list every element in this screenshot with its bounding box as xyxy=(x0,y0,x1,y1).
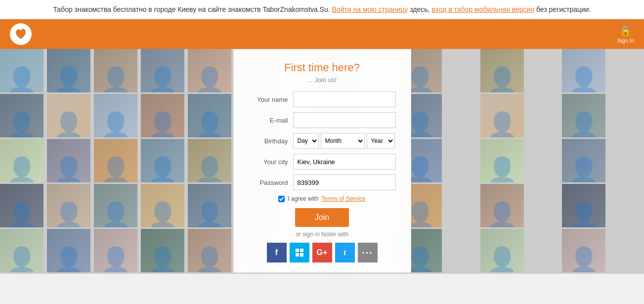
email-label: E-mail xyxy=(249,117,288,124)
photo-cell[interactable]: 👤 xyxy=(0,94,43,137)
announcement-text-middle: здесь, xyxy=(410,5,429,13)
twitter-button[interactable]: t xyxy=(335,243,355,262)
city-label: Your city xyxy=(249,158,288,166)
year-select[interactable]: Year 20001999199819971996 19951990198519… xyxy=(367,133,395,149)
name-row: Your name xyxy=(249,91,396,107)
photo-cell[interactable]: 👤 xyxy=(94,139,137,182)
terms-row: I agree with Terms of Service xyxy=(249,195,396,202)
form-subtitle: ... Join us! xyxy=(249,76,396,84)
photo-cell[interactable]: 👤 xyxy=(47,49,90,92)
name-label: Your name xyxy=(249,96,288,103)
photo-cell[interactable]: 👤 xyxy=(0,139,43,182)
photo-cell[interactable]: 👤 xyxy=(562,94,605,137)
svg-rect-5 xyxy=(300,253,303,257)
email-row: E-mail xyxy=(249,112,396,128)
password-input[interactable]: 839399 xyxy=(293,174,396,190)
join-button[interactable]: Join xyxy=(295,208,349,227)
social-buttons: f G+ t ··· xyxy=(249,243,396,262)
city-row: Your city Kiev, Ukraine xyxy=(249,154,396,170)
photo-cell[interactable]: 👤 xyxy=(188,49,231,92)
photo-cell[interactable]: 👤 xyxy=(188,229,231,272)
photo-cell[interactable]: 👤 xyxy=(0,49,43,92)
photo-cell[interactable]: 👤 xyxy=(480,49,524,92)
announcement-text-before: Табор знакомства бесплатно в городе Киев… xyxy=(53,5,330,13)
photo-cell[interactable]: 👤 xyxy=(0,184,43,227)
photo-cell[interactable]: 👤 xyxy=(562,229,605,272)
password-label: Password xyxy=(249,179,288,186)
google-plus-button[interactable]: G+ xyxy=(312,243,332,262)
photo-cell[interactable]: 👤 xyxy=(141,94,184,137)
photo-cell[interactable]: 👤 xyxy=(94,49,137,92)
photo-cell[interactable]: 👤 xyxy=(188,94,231,137)
registration-form: First time here? ... Join us! Your name … xyxy=(233,49,411,273)
photo-cell[interactable]: 👤 xyxy=(47,139,90,182)
svg-rect-3 xyxy=(300,249,303,252)
logo[interactable] xyxy=(10,23,32,45)
photo-cell[interactable]: 👤 xyxy=(480,184,524,227)
photo-cell[interactable]: 👤 xyxy=(562,139,605,182)
announcement-text-after: без регистрации. xyxy=(536,5,591,13)
photo-cell[interactable]: 👤 xyxy=(141,49,184,92)
announcement-link1[interactable]: Войти на мою страницу xyxy=(332,5,408,13)
name-input[interactable] xyxy=(293,91,396,107)
photo-cell[interactable]: 👤 xyxy=(141,229,184,272)
photo-cell[interactable]: 👤 xyxy=(47,229,90,272)
terms-link[interactable]: Terms of Service xyxy=(321,195,365,202)
announcement-bar: Табор знакомства бесплатно в городе Киев… xyxy=(0,0,644,19)
birthday-selects: Day 12345 678910 Month JanuaryFebruaryMa… xyxy=(293,133,395,149)
left-photo-grid: 👤 👤 👤 👤 👤 👤 👤 👤 👤 👤 👤 👤 👤 👤 👤 👤 👤 👤 👤 👤 … xyxy=(0,49,235,274)
svg-rect-4 xyxy=(296,253,299,257)
windows-button[interactable] xyxy=(290,243,309,262)
terms-text: I agree with xyxy=(288,195,318,202)
birthday-row: Birthday Day 12345 678910 Month JanuaryF… xyxy=(249,133,396,149)
photo-cell[interactable]: 👤 xyxy=(141,139,184,182)
sign-in-label: Sign In xyxy=(617,38,634,43)
city-input[interactable]: Kiev, Ukraine xyxy=(293,154,396,170)
photo-cell[interactable]: 👤 xyxy=(480,139,524,182)
photo-cell[interactable]: 👤 xyxy=(480,229,524,272)
svg-rect-2 xyxy=(296,249,299,252)
terms-checkbox[interactable] xyxy=(278,196,285,202)
photo-cell[interactable]: 👤 xyxy=(188,139,231,182)
photo-cell[interactable]: 👤 xyxy=(562,184,605,227)
photo-cell[interactable]: 👤 xyxy=(480,94,524,137)
lock-icon: 🔒 xyxy=(619,25,632,37)
announcement-link2[interactable]: вход в табор мобильная версия xyxy=(431,5,534,13)
photo-cell[interactable]: 👤 xyxy=(94,184,137,227)
photo-cell[interactable]: 👤 xyxy=(562,49,605,92)
month-select[interactable]: Month JanuaryFebruaryMarchApril MayJuneJ… xyxy=(321,133,365,149)
svg-point-1 xyxy=(24,30,26,31)
photo-cell[interactable]: 👤 xyxy=(94,94,137,137)
more-social-button[interactable]: ··· xyxy=(358,243,378,262)
or-sign-in-text: or sign in faster with xyxy=(249,231,396,238)
sign-in-button[interactable]: 🔒 Sign In xyxy=(617,25,634,43)
email-input[interactable] xyxy=(293,112,396,128)
form-title: First time here? xyxy=(249,61,396,74)
photo-cell[interactable]: 👤 xyxy=(94,229,137,272)
day-select[interactable]: Day 12345 678910 xyxy=(293,133,319,149)
main-content: 👤 👤 👤 👤 👤 👤 👤 👤 👤 👤 👤 👤 👤 👤 👤 👤 👤 👤 👤 👤 … xyxy=(0,49,644,274)
photo-cell[interactable]: 👤 xyxy=(47,184,90,227)
logo-icon xyxy=(10,23,32,45)
photo-cell[interactable]: 👤 xyxy=(141,184,184,227)
header: 🔒 Sign In xyxy=(0,19,644,49)
birthday-label: Birthday xyxy=(249,137,288,145)
photo-cell[interactable]: 👤 xyxy=(0,229,43,272)
photo-cell[interactable]: 👤 xyxy=(47,94,90,137)
password-row: Password 839399 xyxy=(249,174,396,190)
photo-cell[interactable]: 👤 xyxy=(188,184,231,227)
facebook-button[interactable]: f xyxy=(267,243,287,262)
